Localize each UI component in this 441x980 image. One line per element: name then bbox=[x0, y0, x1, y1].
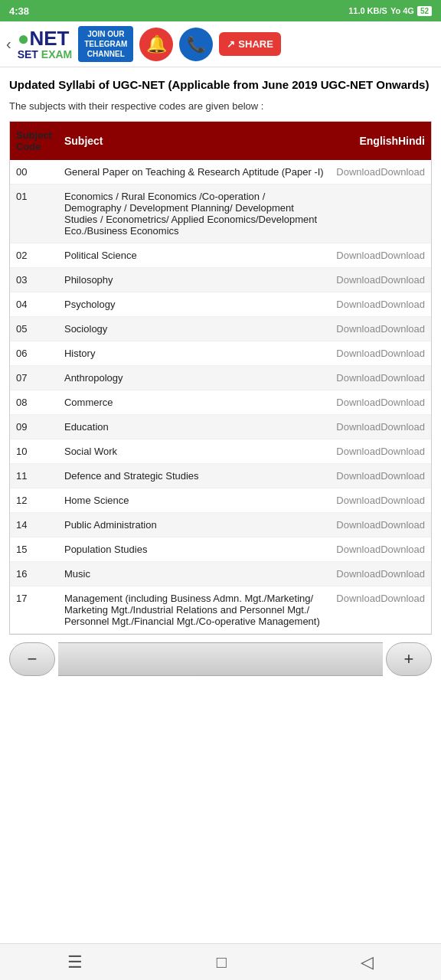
cell-code: 11 bbox=[10, 464, 58, 488]
table-row: 05SociologyDownloadDownload bbox=[10, 317, 431, 341]
home-icon[interactable]: □ bbox=[217, 952, 227, 972]
share-button[interactable]: ↗ SHARE bbox=[219, 32, 281, 56]
cell-subject: Political Science bbox=[58, 243, 330, 268]
cell-code: 10 bbox=[10, 439, 58, 464]
status-speed: 11.0 KB/S bbox=[348, 6, 387, 15]
cell-subject: Philosophy bbox=[58, 268, 330, 292]
menu-icon[interactable]: ☰ bbox=[67, 952, 83, 972]
cell-code: 12 bbox=[10, 488, 58, 513]
table-row: 12Home ScienceDownloadDownload bbox=[10, 488, 431, 513]
cell-code: 16 bbox=[10, 562, 58, 586]
cell-subject: Management (including Business Admn. Mgt… bbox=[58, 586, 330, 634]
logo-setexam: SET EXAM bbox=[18, 49, 73, 60]
cell-links[interactable]: DownloadDownload bbox=[330, 366, 431, 390]
mail-button[interactable]: 📞 bbox=[179, 28, 213, 61]
table-row: 14Public AdministrationDownloadDownload bbox=[10, 513, 431, 537]
cell-links[interactable]: DownloadDownload bbox=[330, 586, 431, 634]
table-row: 04PsychologyDownloadDownload bbox=[10, 292, 431, 317]
cell-subject: Music bbox=[58, 562, 330, 586]
share-label: SHARE bbox=[238, 38, 273, 50]
page-subtitle: The subjects with their respective codes… bbox=[9, 100, 432, 112]
zoom-in-button[interactable]: + bbox=[386, 642, 432, 676]
main-content: Updated Syllabi of UGC-NET (Applicable f… bbox=[0, 67, 441, 684]
cell-code: 02 bbox=[10, 243, 58, 268]
col-header-code: Subject Code bbox=[10, 122, 58, 160]
cell-code: 00 bbox=[10, 160, 58, 185]
cell-links[interactable]: DownloadDownload bbox=[330, 537, 431, 562]
cell-code: 03 bbox=[10, 268, 58, 292]
zoom-track[interactable] bbox=[58, 642, 383, 676]
status-right: 11.0 KB/S Yo 4G 52 bbox=[348, 6, 432, 16]
cell-subject: Economics / Rural Economics /Co-operatio… bbox=[58, 185, 330, 243]
cell-subject: Home Science bbox=[58, 488, 330, 513]
logo-net: ●NET bbox=[18, 28, 73, 50]
cell-code: 05 bbox=[10, 317, 58, 341]
cell-subject: Public Administration bbox=[58, 513, 330, 537]
subjects-table-wrapper: Subject Code Subject EnglishHindi 00Gene… bbox=[9, 121, 432, 635]
status-network: Yo 4G bbox=[390, 6, 414, 15]
cell-links[interactable]: DownloadDownload bbox=[330, 439, 431, 464]
cell-code: 04 bbox=[10, 292, 58, 317]
back-button[interactable]: ‹ bbox=[6, 35, 11, 53]
notification-button[interactable]: 🔔 bbox=[139, 28, 173, 61]
table-row: 16MusicDownloadDownload bbox=[10, 562, 431, 586]
table-row: 06HistoryDownloadDownload bbox=[10, 341, 431, 366]
cell-code: 15 bbox=[10, 537, 58, 562]
cell-code: 14 bbox=[10, 513, 58, 537]
zoom-controls: − + bbox=[9, 635, 432, 684]
cell-subject: Commerce bbox=[58, 390, 330, 415]
col-header-links: EnglishHindi bbox=[330, 122, 431, 160]
cell-subject: Education bbox=[58, 415, 330, 439]
cell-code: 08 bbox=[10, 390, 58, 415]
cell-links[interactable]: DownloadDownload bbox=[330, 464, 431, 488]
cell-subject: General Paper on Teaching & Research Apt… bbox=[58, 160, 330, 185]
cell-links[interactable]: DownloadDownload bbox=[330, 243, 431, 268]
logo-o: ● bbox=[18, 27, 30, 50]
cell-subject: Population Studies bbox=[58, 537, 330, 562]
logo-set: SET bbox=[18, 48, 38, 60]
table-body: 00General Paper on Teaching & Research A… bbox=[10, 160, 431, 634]
subjects-table: Subject Code Subject EnglishHindi 00Gene… bbox=[10, 122, 431, 634]
status-time: 4:38 bbox=[9, 5, 29, 17]
status-bar: 4:38 11.0 KB/S Yo 4G 52 bbox=[0, 0, 441, 21]
cell-code: 17 bbox=[10, 586, 58, 634]
cell-links bbox=[330, 185, 431, 243]
zoom-out-button[interactable]: − bbox=[9, 642, 55, 676]
table-row: 01Economics / Rural Economics /Co-operat… bbox=[10, 185, 431, 243]
table-row: 17Management (including Business Admn. M… bbox=[10, 586, 431, 634]
cell-links[interactable]: DownloadDownload bbox=[330, 341, 431, 366]
share-arrow-icon: ↗ bbox=[227, 38, 235, 50]
cell-subject: Anthropology bbox=[58, 366, 330, 390]
cell-code: 01 bbox=[10, 185, 58, 243]
cell-links[interactable]: DownloadDownload bbox=[330, 415, 431, 439]
telegram-button[interactable]: JOIN OURTELEGRAMCHANNEL bbox=[78, 26, 133, 62]
cell-subject: Defence and Strategic Studies bbox=[58, 464, 330, 488]
cell-subject: Psychology bbox=[58, 292, 330, 317]
back-nav-icon[interactable]: ◁ bbox=[361, 952, 374, 972]
cell-links[interactable]: DownloadDownload bbox=[330, 160, 431, 185]
table-row: 11Defence and Strategic StudiesDownloadD… bbox=[10, 464, 431, 488]
table-row: 00General Paper on Teaching & Research A… bbox=[10, 160, 431, 185]
logo: ●NET SET EXAM bbox=[18, 28, 73, 61]
page-title: Updated Syllabi of UGC-NET (Applicable f… bbox=[9, 77, 432, 93]
cell-subject: Social Work bbox=[58, 439, 330, 464]
table-row: 07AnthropologyDownloadDownload bbox=[10, 366, 431, 390]
cell-links[interactable]: DownloadDownload bbox=[330, 488, 431, 513]
cell-code: 07 bbox=[10, 366, 58, 390]
cell-links[interactable]: DownloadDownload bbox=[330, 513, 431, 537]
logo-exam: EXAM bbox=[41, 48, 72, 60]
cell-code: 09 bbox=[10, 415, 58, 439]
table-row: 10Social WorkDownloadDownload bbox=[10, 439, 431, 464]
table-row: 08CommerceDownloadDownload bbox=[10, 390, 431, 415]
table-header: Subject Code Subject EnglishHindi bbox=[10, 122, 431, 160]
bottom-nav: ☰ □ ◁ bbox=[0, 943, 441, 980]
table-row: 15Population StudiesDownloadDownload bbox=[10, 537, 431, 562]
cell-links[interactable]: DownloadDownload bbox=[330, 268, 431, 292]
cell-links[interactable]: DownloadDownload bbox=[330, 562, 431, 586]
cell-links[interactable]: DownloadDownload bbox=[330, 317, 431, 341]
cell-links[interactable]: DownloadDownload bbox=[330, 292, 431, 317]
logo-text: ●NET SET EXAM bbox=[18, 28, 73, 61]
table-row: 03PhilosophyDownloadDownload bbox=[10, 268, 431, 292]
cell-subject: Sociology bbox=[58, 317, 330, 341]
cell-links[interactable]: DownloadDownload bbox=[330, 390, 431, 415]
